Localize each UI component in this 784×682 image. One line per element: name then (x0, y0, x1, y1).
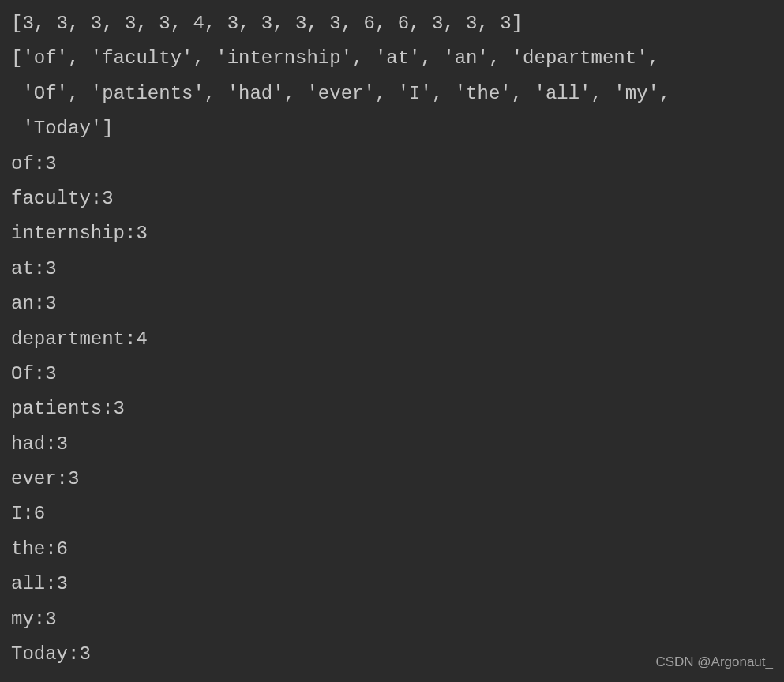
console-output: [3, 3, 3, 3, 3, 4, 3, 3, 3, 3, 6, 6, 3, … (11, 6, 773, 672)
word-count-line: of:3 (11, 147, 773, 182)
word-count-line: department:4 (11, 322, 773, 357)
word-count-list: of:3faculty:3internship:3at:3an:3departm… (11, 147, 773, 673)
words-list-line: ['of', 'faculty', 'internship', 'at', 'a… (11, 41, 773, 146)
word-count-line: I:6 (11, 497, 773, 531)
word-count-line: patients:3 (11, 392, 773, 426)
word-count-line: at:3 (11, 252, 773, 287)
word-count-line: the:6 (11, 532, 773, 567)
word-count-line: ever:3 (11, 462, 773, 497)
numbers-list-line: [3, 3, 3, 3, 3, 4, 3, 3, 3, 3, 6, 6, 3, … (11, 6, 773, 41)
word-count-line: internship:3 (11, 216, 773, 251)
word-count-line: an:3 (11, 287, 773, 321)
word-count-line: had:3 (11, 427, 773, 462)
word-count-line: faculty:3 (11, 182, 773, 216)
word-count-line: my:3 (11, 602, 773, 637)
word-count-line: all:3 (11, 567, 773, 601)
watermark-text: CSDN @Argonaut_ (655, 650, 773, 674)
word-count-line: Of:3 (11, 357, 773, 392)
